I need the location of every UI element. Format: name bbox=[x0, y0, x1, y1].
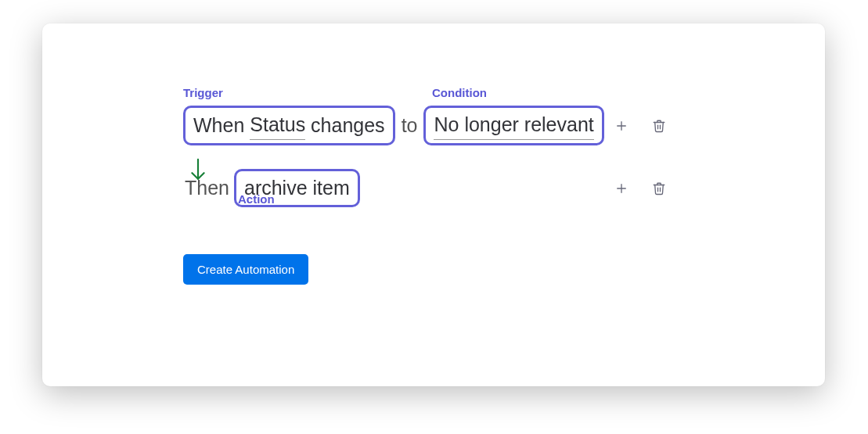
create-automation-button[interactable]: Create Automation bbox=[183, 254, 308, 285]
trigger-label: Trigger bbox=[183, 86, 223, 99]
condition-label: Condition bbox=[432, 86, 487, 99]
add-icon[interactable] bbox=[612, 117, 631, 135]
action-text: Then archive item bbox=[183, 169, 360, 207]
trigger-prefix: When bbox=[193, 112, 244, 139]
action-row-actions bbox=[612, 179, 668, 198]
delete-icon[interactable] bbox=[650, 179, 668, 198]
condition-value[interactable]: No longer relevant bbox=[434, 111, 593, 140]
action-box[interactable]: archive item bbox=[234, 169, 360, 207]
trigger-suffix: changes bbox=[311, 112, 385, 139]
trigger-box[interactable]: When Status changes bbox=[183, 106, 395, 145]
trigger-text: When Status changes to No longer relevan… bbox=[183, 106, 604, 145]
trigger-row-actions bbox=[612, 117, 668, 135]
automation-card: Trigger Condition Action When Status cha… bbox=[42, 23, 825, 386]
action-row: Then archive item bbox=[183, 169, 731, 207]
connector-to: to bbox=[395, 112, 424, 139]
trigger-row: When Status changes to No longer relevan… bbox=[183, 106, 731, 145]
then-text: Then bbox=[183, 174, 234, 202]
trigger-field[interactable]: Status bbox=[250, 111, 305, 140]
condition-box[interactable]: No longer relevant bbox=[423, 106, 603, 145]
delete-icon[interactable] bbox=[650, 117, 668, 135]
add-icon[interactable] bbox=[612, 179, 631, 198]
action-value[interactable]: archive item bbox=[244, 174, 350, 202]
